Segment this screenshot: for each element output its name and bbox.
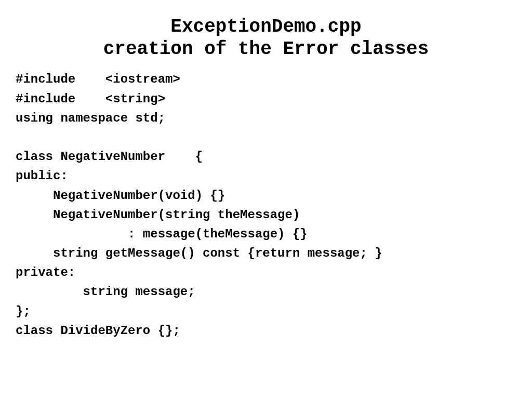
code-line: : message(theMessage) {} (16, 227, 308, 241)
code-line: #include <iostream> (16, 72, 180, 86)
code-line: public: (16, 169, 68, 183)
code-line: }; (16, 304, 31, 318)
code-line: NegativeNumber(void) {} (16, 189, 225, 203)
code-line: NegativeNumber(string theMessage) (16, 208, 300, 222)
code-line: string message; (16, 285, 195, 299)
code-line: using namespace std; (16, 111, 165, 125)
code-listing: #include <iostream> #include <string> us… (16, 70, 516, 340)
code-line: #include <string> (16, 92, 165, 106)
slide-title-block: ExceptionDemo.cpp creation of the Error … (16, 16, 516, 60)
code-line: class DivideByZero {}; (16, 324, 180, 338)
title-line-2: creation of the Error classes (16, 38, 516, 60)
title-line-1: ExceptionDemo.cpp (16, 16, 516, 38)
code-line: string getMessage() const {return messag… (16, 246, 382, 260)
code-line: class NegativeNumber { (16, 150, 203, 164)
code-line: private: (16, 265, 75, 280)
